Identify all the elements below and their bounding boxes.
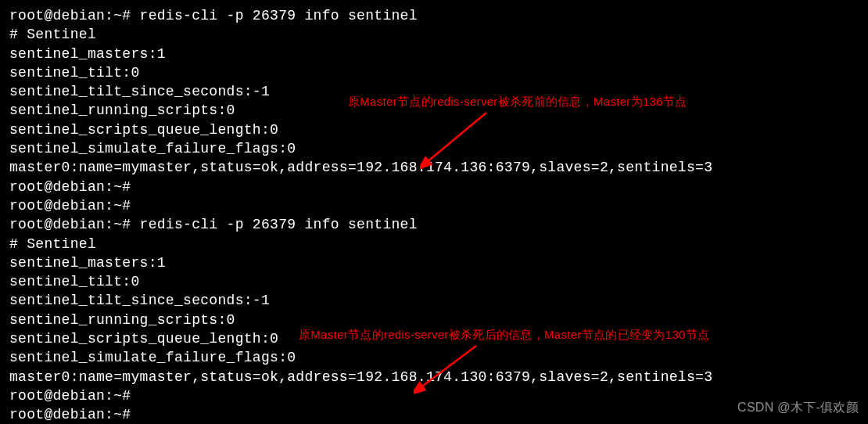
arrow-icon	[414, 344, 492, 399]
annotation-after-kill: 原Master节点的redis-server被杀死后的信息，Master节点的已…	[299, 327, 709, 343]
output-line: sentinel_tilt_since_seconds:-1	[9, 291, 859, 310]
svg-line-1	[420, 346, 476, 388]
annotation-before-kill: 原Master节点的redis-server被杀死前的信息，Master为136…	[348, 94, 687, 110]
svg-line-0	[426, 113, 486, 163]
sentinel-header-2: # Sentinel	[9, 235, 859, 253]
output-line: sentinel_tilt:0	[9, 272, 859, 291]
watermark: CSDN @木下-俱欢颜	[737, 399, 859, 416]
output-line: sentinel_tilt:0	[9, 63, 859, 82]
output-line: sentinel_masters:1	[9, 45, 859, 63]
prompt-line-1: root@debian:~# redis-cli -p 26379 info s…	[9, 6, 859, 25]
empty-prompt: root@debian:~#	[9, 196, 859, 215]
empty-prompt: root@debian:~#	[9, 178, 859, 196]
arrow-icon	[420, 111, 498, 174]
output-line: sentinel_masters:1	[9, 253, 859, 272]
empty-prompt: root@debian:~#	[9, 405, 859, 424]
sentinel-header-1: # Sentinel	[9, 25, 859, 44]
prompt-line-2: root@debian:~# redis-cli -p 26379 info s…	[9, 215, 859, 234]
